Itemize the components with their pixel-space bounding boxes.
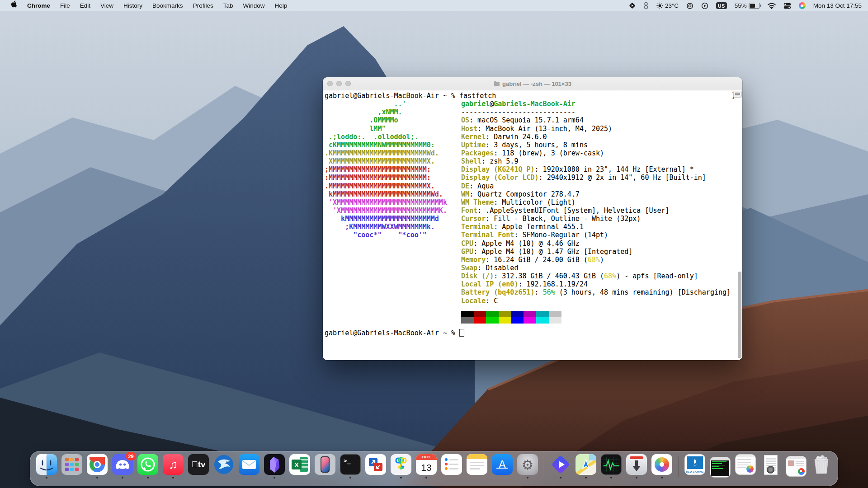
dock-item-settings[interactable]: ⚙ <box>515 454 540 482</box>
passwords-icon <box>391 454 411 475</box>
menu-edit[interactable]: Edit <box>75 0 95 11</box>
launchpad-icon <box>61 454 82 475</box>
menu-profiles[interactable]: Profiles <box>188 0 218 11</box>
menu-tab[interactable]: Tab <box>218 0 238 11</box>
dock-item-media-diamond[interactable] <box>548 454 573 482</box>
dock-item-transmission[interactable] <box>624 454 649 482</box>
settings-icon: ⚙ <box>517 454 538 475</box>
dock-item-discord[interactable]: 29 <box>110 454 135 482</box>
terminal-line: kMMMMMMMMMMMMMMMMMMMMMMMMWd.WM: Quartz C… <box>325 190 742 198</box>
dock-item-mail[interactable] <box>236 454 262 482</box>
iphone-mirroring-icon <box>315 454 335 475</box>
running-indicator <box>349 477 351 479</box>
running-indicator <box>425 477 427 479</box>
maps-icon <box>576 454 596 475</box>
ansi-color-swatch <box>499 317 511 324</box>
dock-item-min-photos[interactable] <box>733 454 758 482</box>
dock-item-trash[interactable] <box>809 454 834 482</box>
battery-item[interactable]: 55% <box>735 2 760 9</box>
running-indicator <box>527 477 528 479</box>
dock-item-appstore[interactable]: A <box>490 454 515 482</box>
dock-item-launchpad[interactable] <box>59 454 85 482</box>
dock-item-excel[interactable]: X <box>287 454 312 482</box>
dock-item-photos[interactable] <box>649 454 675 482</box>
terminal-line: ..'gabriel@Gabriels-MacBook-Air <box>325 100 742 108</box>
menu-view[interactable]: View <box>95 0 118 11</box>
dock-item-activity[interactable] <box>599 454 624 482</box>
appstore-icon: A <box>492 454 513 475</box>
ansi-color-swatch <box>511 311 524 317</box>
wifi-icon[interactable] <box>768 3 776 9</box>
transmission-icon <box>626 454 647 475</box>
dock-item-terminal[interactable]: >_ <box>338 454 363 482</box>
terminal-line: Disk (/): 312.38 GiB / 460.43 GiB (68%) … <box>325 272 742 280</box>
dock-item-chrome[interactable] <box>85 454 110 482</box>
dock-item-music[interactable]: ♫ <box>160 454 186 482</box>
control-center-icon[interactable] <box>783 3 791 9</box>
dock-item-min-doc[interactable] <box>758 454 783 482</box>
window-title-bar[interactable]: gabriel — -zsh — 101×33 <box>323 77 742 90</box>
dock-item-finder[interactable] <box>34 454 59 482</box>
split-pane-button[interactable] <box>733 91 742 98</box>
min-doc-icon <box>760 454 781 475</box>
dock-separator <box>540 454 548 482</box>
dock-item-thunderbird[interactable] <box>211 454 236 482</box>
dock-item-min-chrome[interactable] <box>783 454 809 482</box>
terminal-line: kMMMMMMMMMMMMMMMMMMMMMMdCursor: Fill - B… <box>325 215 742 223</box>
dock-item-vmware[interactable] <box>363 454 388 482</box>
terminal-line: gabriel@Gabriels-MacBook-Air ~ % <box>325 329 742 337</box>
scrollbar-thumb[interactable] <box>738 272 741 358</box>
target-menu-icon[interactable] <box>686 2 693 9</box>
terminal-line: ,xNMM.---------------------------- <box>325 108 742 116</box>
ansi-color-swatch <box>461 317 474 324</box>
music-icon: ♫ <box>163 454 184 475</box>
dock-item-calendar[interactable]: OCT 13 <box>414 454 439 482</box>
color-swirl-menu-icon[interactable] <box>799 2 806 9</box>
ansi-color-swatch <box>524 311 536 317</box>
menu-app-name[interactable]: Chrome <box>22 0 55 11</box>
dock-item-passwords[interactable] <box>388 454 414 482</box>
reminders-icon <box>441 454 462 475</box>
ansi-color-swatch <box>524 317 536 324</box>
dock-item-whatsapp[interactable] <box>135 454 160 482</box>
ansi-color-swatch <box>499 311 511 317</box>
terminal-line <box>325 305 742 311</box>
terminal-line: Memory: 16.24 GiB / 24.00 GiB (68%) <box>325 256 742 264</box>
menu-history[interactable]: History <box>118 0 147 11</box>
dock-item-obsidian[interactable] <box>262 454 287 482</box>
running-indicator <box>400 477 402 479</box>
terminal-line: .KMMMMMMMMMMMMMMMMMMMMMMMWd.Packages: 11… <box>325 149 742 157</box>
menu-window[interactable]: Window <box>238 0 269 11</box>
dock-item-notes[interactable] <box>464 454 490 482</box>
mail-icon <box>239 454 259 475</box>
menu-file[interactable]: File <box>55 0 75 11</box>
dock-item-reminders[interactable] <box>439 454 464 482</box>
dock-item-min-terminal[interactable] <box>708 454 733 482</box>
dock-item-maps[interactable] <box>573 454 599 482</box>
notification-badge: 29 <box>126 452 136 460</box>
ansi-color-swatch <box>511 317 524 324</box>
terminal-line: 'XMMMMMMMMMMMMMMMMMMMMMMMMMMkWM Theme: M… <box>325 198 742 206</box>
terminal-line: lMM"Host: MacBook Air (13-inch, M4, 2025… <box>325 125 742 133</box>
terminal-line: "cooc*" "*coo'"Terminal Font: SFMono-Reg… <box>325 231 742 239</box>
play-circle-menu-icon[interactable] <box>701 2 708 9</box>
input-source-badge[interactable]: US <box>716 2 727 9</box>
menu-bar-clock[interactable]: Mon 13 Oct 17:55 <box>813 2 862 9</box>
menu-bar: Chrome File Edit View History Bookmarks … <box>0 0 868 11</box>
ansi-color-swatch <box>549 317 561 324</box>
dock-item-iphone-mirroring[interactable] <box>312 454 338 482</box>
diamond-play-menu-icon[interactable] <box>629 2 636 9</box>
dock-item-doc-bgo[interactable]: BGO GAMING <box>682 454 708 482</box>
terminal-line: Swap: Disabled <box>325 264 742 272</box>
menu-help[interactable]: Help <box>269 0 292 11</box>
weather-item[interactable]: 23°C <box>656 2 679 9</box>
stacked-rings-menu-icon[interactable] <box>643 2 649 9</box>
menu-bookmarks[interactable]: Bookmarks <box>147 0 188 11</box>
running-indicator <box>610 477 612 479</box>
terminal-content[interactable]: ] gabriel@Gabriels-MacBook-Air ~ % fastf… <box>323 90 742 360</box>
ansi-color-swatch <box>549 311 561 317</box>
dock-item-appletv[interactable]: tv <box>186 454 211 482</box>
apple-menu[interactable] <box>5 0 22 12</box>
running-indicator <box>661 477 663 479</box>
temperature-label: 23°C <box>665 2 679 9</box>
